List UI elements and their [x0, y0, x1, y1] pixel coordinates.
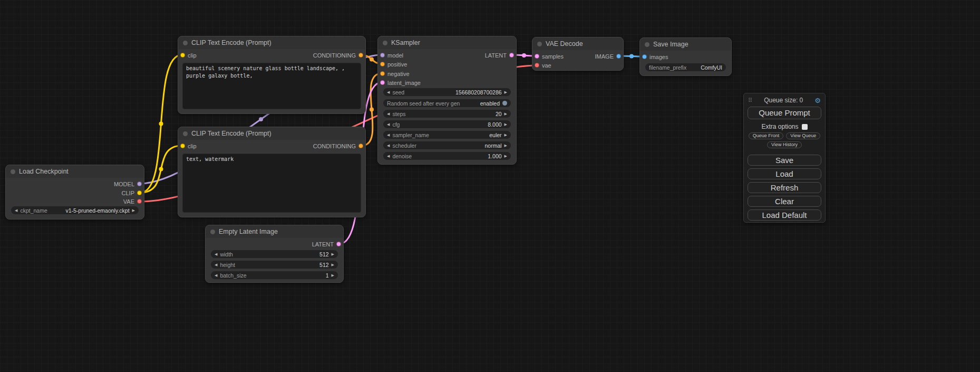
collapse-dot-icon[interactable] [183, 131, 188, 136]
input-slot-clip[interactable] [180, 144, 185, 148]
output-slot-vae[interactable] [137, 199, 142, 204]
increment-icon[interactable]: ▶ [504, 88, 507, 96]
extra-options-checkbox[interactable] [802, 124, 808, 130]
collapse-dot-icon[interactable] [11, 169, 15, 174]
refresh-button[interactable]: Refresh [748, 182, 821, 193]
input-slot-latent-image[interactable] [380, 80, 385, 85]
negative-prompt-text[interactable]: text, watermark [182, 154, 361, 213]
queue-prompt-button[interactable]: Queue Prompt [748, 107, 821, 119]
decrement-icon[interactable]: ◀ [387, 120, 390, 128]
queue-menu-header: ⠿ Queue size: 0 ⚙ [744, 96, 825, 105]
node-vae-decode[interactable]: VAE Decode samples vae IMAGE [532, 37, 624, 71]
widget-height[interactable]: ◀ height 512 ▶ [211, 261, 338, 269]
decrement-icon[interactable]: ◀ [387, 141, 390, 149]
output-slot-conditioning[interactable] [358, 53, 363, 58]
node-titlebar[interactable]: Empty Latent Image [206, 225, 343, 238]
input-label-model: model [387, 52, 403, 59]
widget-ckpt-name[interactable]: ◀ ckpt_name v1-5-pruned-emaonly.ckpt ▶ [11, 206, 139, 214]
output-slot-conditioning[interactable] [358, 144, 363, 148]
input-label-positive: positive [387, 61, 407, 68]
input-slot-positive[interactable] [380, 62, 385, 66]
input-label-clip: clip [188, 52, 197, 59]
view-history-button[interactable]: View History [767, 141, 802, 148]
widget-seed[interactable]: ◀ seed 156680208700286 ▶ [383, 88, 511, 96]
increment-icon[interactable]: ▶ [504, 120, 507, 128]
decrement-icon[interactable]: ◀ [215, 261, 217, 269]
node-empty-latent-image[interactable]: Empty Latent Image LATENT ◀ width 512 ▶ … [205, 225, 344, 283]
settings-gear-icon[interactable]: ⚙ [814, 97, 821, 104]
node-titlebar[interactable]: KSampler [378, 36, 516, 49]
decrement-icon[interactable]: ◀ [387, 152, 390, 160]
widget-cfg[interactable]: ◀ cfg 8.000 ▶ [383, 120, 511, 128]
input-slot-negative[interactable] [380, 71, 385, 76]
increment-icon[interactable]: ▶ [504, 131, 507, 139]
collapse-dot-icon[interactable] [183, 41, 188, 45]
increment-icon[interactable]: ▶ [332, 261, 334, 269]
extra-options-row: Extra options [744, 123, 825, 130]
widget-width[interactable]: ◀ width 512 ▶ [211, 250, 338, 258]
output-label-latent: LATENT [485, 52, 507, 59]
node-titlebar[interactable]: Load Checkpoint [6, 165, 144, 178]
input-label-negative: negative [387, 70, 410, 78]
widget-steps[interactable]: ◀ steps 20 ▶ [383, 110, 511, 118]
increment-icon[interactable]: ▶ [132, 206, 135, 214]
toggle-dot-icon[interactable] [502, 101, 507, 106]
input-slot-samples[interactable] [535, 54, 539, 59]
queue-actions-row: Queue Front View Queue [744, 132, 825, 139]
node-ksampler[interactable]: KSampler model positive negative latent_… [377, 36, 517, 165]
node-clip-text-encode-positive[interactable]: CLIP Text Encode (Prompt) clip CONDITION… [178, 36, 366, 114]
input-slot-model[interactable] [380, 53, 385, 58]
link-midpoint-dot [159, 167, 163, 171]
node-save-image[interactable]: Save Image images filename_prefix ComfyU… [639, 37, 732, 76]
increment-icon[interactable]: ▶ [504, 110, 507, 118]
collapse-dot-icon[interactable] [645, 42, 649, 47]
load-default-button[interactable]: Load Default [748, 209, 821, 221]
view-queue-button[interactable]: View Queue [786, 132, 820, 139]
decrement-icon[interactable]: ◀ [387, 131, 390, 139]
save-button[interactable]: Save [748, 155, 821, 166]
widget-denoise[interactable]: ◀ denoise 1.000 ▶ [383, 152, 511, 160]
node-titlebar[interactable]: CLIP Text Encode (Prompt) [178, 127, 365, 140]
decrement-icon[interactable]: ◀ [387, 110, 390, 118]
widget-random-seed-toggle[interactable]: Random seed after every gen enabled [383, 99, 511, 107]
increment-icon[interactable]: ▶ [332, 271, 334, 279]
queue-front-button[interactable]: Queue Front [749, 132, 784, 139]
output-slot-clip[interactable] [137, 190, 142, 195]
node-titlebar[interactable]: VAE Decode [532, 37, 623, 50]
input-slot-images[interactable] [642, 54, 647, 59]
output-label-vae: VAE [123, 198, 134, 205]
output-slot-latent[interactable] [509, 53, 514, 58]
collapse-dot-icon[interactable] [383, 41, 387, 45]
load-button[interactable]: Load [748, 168, 821, 179]
output-slot-latent[interactable] [336, 242, 341, 246]
decrement-icon[interactable]: ◀ [215, 271, 217, 279]
output-slot-image[interactable] [616, 54, 621, 59]
decrement-icon[interactable]: ◀ [15, 206, 17, 214]
node-canvas[interactable]: Load Checkpoint MODEL CLIP VAE ◀ ckpt_na… [0, 0, 980, 372]
collapse-dot-icon[interactable] [537, 42, 542, 46]
increment-icon[interactable]: ▶ [504, 152, 507, 160]
collapse-dot-icon[interactable] [210, 230, 215, 234]
node-clip-text-encode-negative[interactable]: CLIP Text Encode (Prompt) clip CONDITION… [178, 127, 366, 217]
input-label-samples: samples [542, 53, 564, 60]
node-titlebar[interactable]: Save Image [640, 38, 731, 51]
decrement-icon[interactable]: ◀ [215, 250, 217, 258]
increment-icon[interactable]: ▶ [504, 141, 507, 149]
node-titlebar[interactable]: CLIP Text Encode (Prompt) [178, 36, 365, 49]
extra-options-label: Extra options [761, 123, 798, 130]
output-slot-model[interactable] [137, 182, 142, 186]
positive-prompt-text[interactable]: beautiful scenery nature glass bottle la… [182, 63, 361, 109]
input-slot-vae[interactable] [535, 63, 539, 68]
increment-icon[interactable]: ▶ [332, 250, 334, 258]
widget-batch-size[interactable]: ◀ batch_size 1 ▶ [211, 271, 338, 279]
drag-handle-icon[interactable]: ⠿ [748, 97, 752, 104]
clear-button[interactable]: Clear [748, 196, 821, 207]
widget-sampler-name[interactable]: ◀ sampler_name euler ▶ [383, 131, 511, 139]
node-load-checkpoint[interactable]: Load Checkpoint MODEL CLIP VAE ◀ ckpt_na… [5, 165, 144, 220]
output-label-latent: LATENT [312, 241, 334, 248]
widget-filename-prefix[interactable]: filename_prefix ComfyUI [645, 63, 726, 71]
queue-size-label: Queue size: 0 [764, 97, 803, 104]
widget-scheduler[interactable]: ◀ scheduler normal ▶ [383, 141, 511, 149]
decrement-icon[interactable]: ◀ [387, 88, 390, 96]
input-slot-clip[interactable] [180, 53, 185, 58]
